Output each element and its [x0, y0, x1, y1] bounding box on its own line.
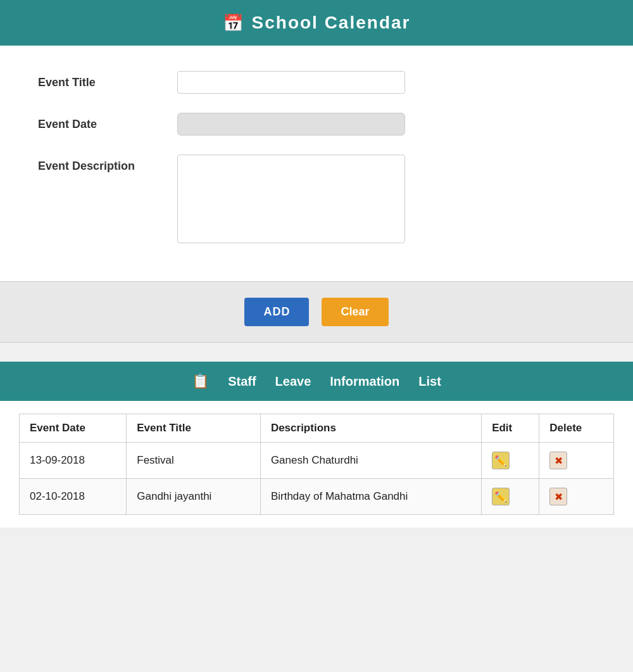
delete-button[interactable]: ✖: [549, 452, 567, 469]
buttons-section: ADD Clear: [0, 281, 633, 343]
event-date-input[interactable]: [177, 113, 405, 136]
event-date-row: Event Date: [38, 113, 595, 136]
nav-item-staff[interactable]: Staff: [228, 374, 256, 389]
form-section: Event Title Event Date Event Description: [0, 46, 633, 281]
clear-button[interactable]: Clear: [322, 298, 388, 326]
event-title-row: Event Title: [38, 71, 595, 94]
col-event-title: Event Title: [127, 414, 261, 443]
col-delete: Delete: [539, 414, 614, 443]
cell-event-date: 02-10-2018: [20, 479, 127, 515]
cell-delete: ✖: [539, 443, 614, 479]
table-section: Event Date Event Title Descriptions Edit…: [0, 401, 633, 528]
nav-item-leave[interactable]: Leave: [275, 374, 311, 389]
cell-delete: ✖: [539, 479, 614, 515]
col-edit: Edit: [482, 414, 539, 443]
calendar-icon: 📅: [223, 13, 244, 33]
event-description-label: Event Description: [38, 155, 177, 173]
nav-list-icon: 📋: [192, 373, 209, 390]
edit-button[interactable]: ✏️: [492, 452, 510, 469]
cell-event-date: 13-09-2018: [20, 443, 127, 479]
header-title: School Calendar: [252, 13, 411, 33]
cell-event-title: Gandhi jayanthi: [127, 479, 261, 515]
event-title-input[interactable]: [177, 71, 405, 94]
nav-bar: 📋 Staff Leave Information List: [0, 362, 633, 401]
add-button[interactable]: ADD: [244, 298, 309, 326]
event-date-label: Event Date: [38, 113, 177, 131]
page-header: 📅 School Calendar: [0, 0, 633, 46]
cell-description: Ganesh Chaturdhi: [260, 443, 481, 479]
table-row: 02-10-2018Gandhi jayanthiBirthday of Mah…: [20, 479, 614, 515]
table-header-row: Event Date Event Title Descriptions Edit…: [20, 414, 614, 443]
event-description-row: Event Description: [38, 155, 595, 243]
col-descriptions: Descriptions: [260, 414, 481, 443]
col-event-date: Event Date: [20, 414, 127, 443]
cell-edit: ✏️: [482, 479, 539, 515]
nav-item-list[interactable]: List: [418, 374, 441, 389]
edit-button[interactable]: ✏️: [492, 488, 510, 505]
delete-button[interactable]: ✖: [549, 488, 567, 505]
event-title-label: Event Title: [38, 71, 177, 89]
cell-description: Birthday of Mahatma Gandhi: [260, 479, 481, 515]
events-table: Event Date Event Title Descriptions Edit…: [19, 414, 614, 515]
nav-item-information[interactable]: Information: [330, 374, 399, 389]
cell-event-title: Festival: [127, 443, 261, 479]
cell-edit: ✏️: [482, 443, 539, 479]
event-description-input[interactable]: [177, 155, 405, 243]
table-row: 13-09-2018FestivalGanesh Chaturdhi✏️✖: [20, 443, 614, 479]
